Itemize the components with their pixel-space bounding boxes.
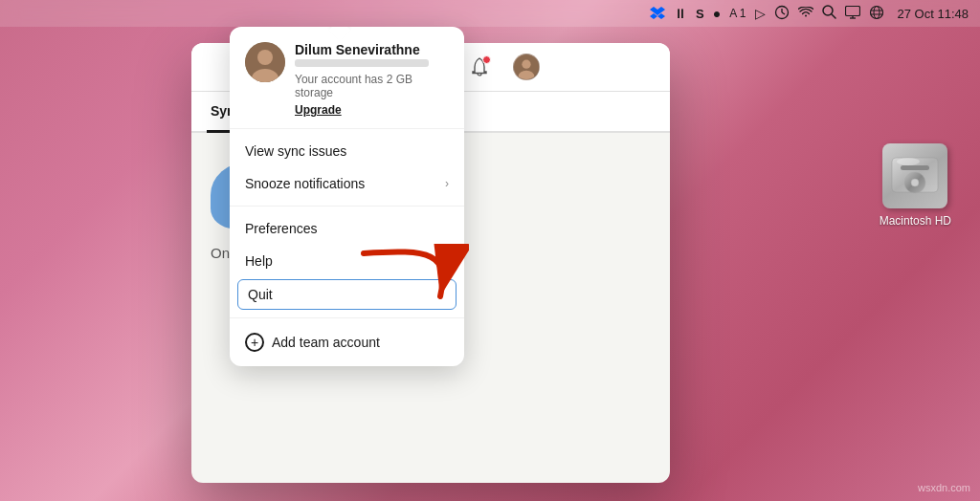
screen-icon[interactable] — [843, 6, 862, 22]
macintosh-hd-icon[interactable]: Macintosh HD — [880, 143, 951, 228]
menu-item-view-sync-issues[interactable]: View sync issues — [230, 135, 464, 167]
subliminal-icon[interactable]: S — [694, 7, 706, 21]
menu-item-add-team[interactable]: + Add team account — [230, 324, 464, 360]
clock-icon[interactable] — [772, 5, 791, 23]
menubar-time: 27 Oct 11:48 — [898, 7, 969, 21]
desktop: ⏸ S ● A 1 ▷ 27 Oct 11:48 — [0, 0, 980, 501]
svg-point-29 — [897, 158, 920, 165]
svg-rect-26 — [901, 165, 929, 170]
menu-section-sync: View sync issues Snooze notifications › — [230, 129, 464, 207]
red-arrow — [354, 244, 469, 320]
hd-label: Macintosh HD — [880, 214, 951, 228]
svg-point-8 — [870, 6, 882, 18]
svg-point-19 — [522, 60, 530, 69]
wifi-icon[interactable] — [796, 6, 815, 21]
svg-point-28 — [911, 179, 919, 186]
play-icon[interactable]: ▷ — [753, 6, 768, 21]
upgrade-link[interactable]: Upgrade — [295, 103, 449, 117]
search-menubar-icon[interactable] — [820, 5, 838, 22]
hd-drive-image — [882, 143, 947, 208]
menu-item-snooze-notifications[interactable]: Snooze notifications › — [230, 167, 464, 200]
menubar-app-icons: ⏸ S ● A 1 ▷ — [648, 5, 886, 23]
user-info: Dilum Senevirathne Your account has 2 GB… — [295, 42, 449, 117]
bell-icon[interactable] — [465, 53, 494, 81]
svg-line-2 — [782, 12, 785, 14]
profile-icon[interactable] — [513, 54, 540, 80]
dropbox-menubar-icon[interactable] — [648, 5, 667, 23]
svg-point-22 — [257, 50, 273, 65]
menu-item-preferences[interactable]: Preferences — [230, 212, 464, 245]
user-name: Dilum Senevirathne — [295, 42, 449, 57]
menubar: ⏸ S ● A 1 ▷ 27 Oct 11:48 — [0, 0, 980, 27]
circle-icon[interactable]: ● — [711, 6, 723, 21]
ai-icon[interactable]: A 1 — [727, 7, 747, 20]
globe-icon[interactable] — [867, 5, 886, 23]
storage-info: Your account has 2 GB storage — [295, 73, 449, 99]
pause-icon[interactable]: ⏸ — [672, 6, 689, 21]
svg-point-9 — [874, 6, 880, 18]
svg-line-4 — [832, 14, 835, 18]
avatar — [245, 42, 285, 82]
watermark: wsxdn.com — [918, 482, 970, 493]
user-email-bar — [295, 59, 429, 67]
chevron-right-icon: › — [445, 177, 449, 190]
menu-section-team: + Add team account — [230, 318, 464, 366]
circle-plus-icon: + — [245, 333, 264, 352]
svg-rect-5 — [845, 6, 859, 15]
user-section: Dilum Senevirathne Your account has 2 GB… — [230, 27, 464, 129]
